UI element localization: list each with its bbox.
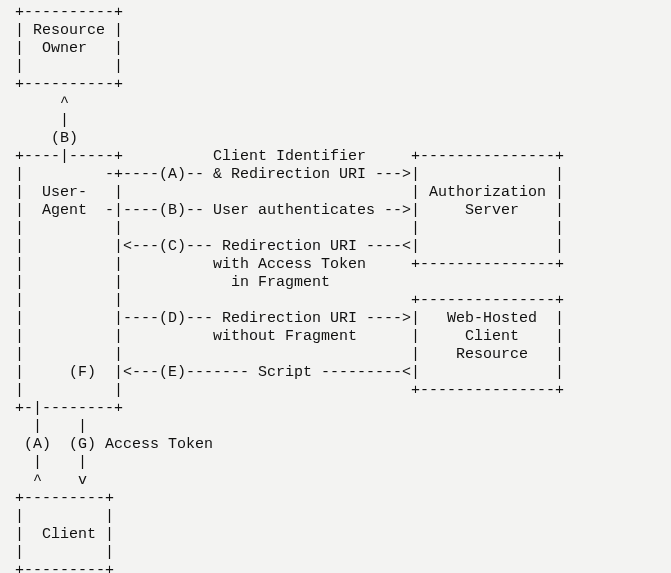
oauth-implicit-ascii-diagram: +----------+ | Resource | | Owner | | | … bbox=[0, 0, 671, 573]
